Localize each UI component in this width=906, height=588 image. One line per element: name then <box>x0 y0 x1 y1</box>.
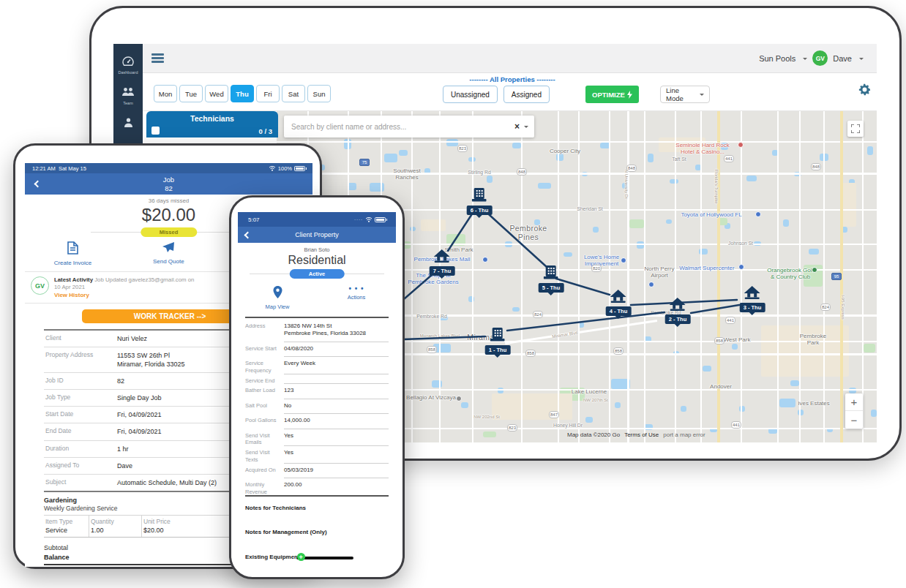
row-label: Send Visit Emails <box>245 429 284 447</box>
poi-pin-icon <box>482 257 488 263</box>
hamburger-menu-icon[interactable] <box>151 52 164 65</box>
water-patch <box>721 143 728 150</box>
table-row: Send Visit EmailsYes <box>245 429 389 447</box>
assigned-button[interactable]: Assigned <box>503 86 550 103</box>
report-map-error-link[interactable]: port a map error <box>663 431 705 438</box>
route-shield: 95 <box>831 273 842 280</box>
road <box>472 111 473 442</box>
water-patch <box>585 417 593 423</box>
add-equipment-icon[interactable]: + <box>297 553 305 561</box>
zoom-in-button[interactable]: + <box>845 393 863 411</box>
route-marker-3[interactable]: 3 - Thu <box>740 286 765 312</box>
route-shield: 858 <box>613 347 624 355</box>
road <box>823 111 825 442</box>
table-row: Service End <box>245 374 389 385</box>
route-marker-7[interactable]: 7 - Thu <box>430 249 455 276</box>
line-mode-dropdown[interactable]: Line Mode <box>660 86 710 103</box>
unassigned-button[interactable]: Unassigned <box>443 86 498 103</box>
water-patch <box>703 366 711 372</box>
user-avatar[interactable]: GV <box>812 50 828 66</box>
create-invoice-button[interactable]: Create Invoice <box>25 241 121 266</box>
route-shield: 848 <box>626 165 637 172</box>
zoom-out-button[interactable]: − <box>845 411 863 429</box>
column-value: 1.00 <box>91 527 137 534</box>
route-shield: 858 <box>714 337 725 344</box>
user-menu[interactable]: Dave <box>833 54 852 63</box>
property-phone-header: Client Property <box>238 227 396 243</box>
map-view-button[interactable]: Map View <box>238 286 317 310</box>
house-marker-icon <box>610 290 626 306</box>
technicians-select-all-checkbox[interactable] <box>151 127 160 135</box>
row-value: No <box>284 399 389 414</box>
view-history-link[interactable]: View History <box>54 292 194 299</box>
water-patch <box>446 139 458 146</box>
day-tab-sun[interactable]: Sun <box>307 85 331 102</box>
technicians-title: Technicians <box>146 114 278 123</box>
activity-avatar: GV <box>31 276 49 295</box>
map-label: Ives Estates <box>798 400 830 407</box>
water-patch <box>538 183 551 189</box>
property-type: Residential <box>238 254 396 267</box>
route-shield: 848 <box>517 168 527 176</box>
water-patch <box>534 219 540 225</box>
route-shield: 858 <box>525 350 536 357</box>
water-patch <box>681 406 686 412</box>
technicians-count: 0 / 3 <box>259 127 273 135</box>
search-clear-icon[interactable]: × <box>512 121 522 132</box>
actions-button[interactable]: • • •Actions <box>317 286 396 310</box>
day-tab-wed[interactable]: Wed <box>205 85 228 102</box>
job-phone-statusbar: 12:21 AM Sat May 15 100% <box>25 163 312 173</box>
water-patch <box>399 150 408 156</box>
row-value <box>284 374 389 385</box>
search-input[interactable] <box>284 123 512 131</box>
map-label: Lowe's Home Improvement <box>584 254 619 267</box>
technicians-panel-header: Technicians 0 / 3 <box>146 111 278 137</box>
land-patch <box>761 325 849 377</box>
route-marker-6[interactable]: 6 - Thu <box>467 187 493 215</box>
route-marker-4[interactable]: 4 - Thu <box>606 290 632 316</box>
route-marker-1[interactable]: 1 - Thu <box>485 327 511 355</box>
marker-label: 5 - Thu <box>539 283 564 293</box>
optimize-button[interactable]: OPTIMIZE <box>585 86 639 103</box>
table-row: Acquired On05/03/2019 <box>245 464 389 478</box>
land-patch <box>421 219 446 231</box>
water-patch <box>615 402 621 408</box>
lightning-icon <box>627 91 632 99</box>
day-tab-thu[interactable]: Thu <box>231 85 254 102</box>
day-tab-mon[interactable]: Mon <box>154 85 177 102</box>
row-label: Service Frequency <box>245 357 284 374</box>
poi-pin-icon <box>755 211 761 217</box>
row-label: Subject <box>45 478 117 487</box>
land-patch <box>659 137 705 152</box>
day-tab-tue[interactable]: Tue <box>179 85 203 102</box>
marker-label: 3 - Thu <box>740 303 765 312</box>
route-shield: 848 <box>811 163 821 170</box>
terms-of-use-link[interactable]: Terms of Use <box>624 431 659 438</box>
sidebar-item-dashboard[interactable]: Dashboard <box>113 56 143 75</box>
route-shield: 824 <box>533 311 543 318</box>
send-quote-button[interactable]: Send Quote <box>121 241 217 266</box>
park-patch <box>483 431 496 437</box>
row-label: Bather Load <box>245 384 284 399</box>
settings-gear-icon[interactable] <box>858 83 871 99</box>
map-label: Bellagio At Vizcaya <box>406 394 456 401</box>
sidebar-item-team[interactable]: Team <box>113 86 143 105</box>
land-patch <box>842 183 856 227</box>
road <box>627 111 629 442</box>
company-menu[interactable]: Sun Pools <box>759 54 795 63</box>
day-tab-fri[interactable]: Fri <box>256 85 280 102</box>
building-marker-icon <box>544 265 558 282</box>
route-marker-5[interactable]: 5 - Thu <box>539 265 564 293</box>
route-shield: 820 <box>591 265 602 272</box>
day-tab-sat[interactable]: Sat <box>282 85 305 102</box>
route-marker-2[interactable]: 2 - Thu <box>665 298 691 324</box>
map-label: NW 207th St <box>583 398 608 403</box>
poi-pin-icon <box>738 142 744 148</box>
row-label: Acquired On <box>245 464 284 478</box>
house-marker-icon <box>744 286 760 302</box>
map-attribution: Map data ©2020 Go Terms of Use port a ma… <box>567 431 705 438</box>
search-caret-icon[interactable] <box>524 126 528 130</box>
route-shield: 441 <box>731 421 741 429</box>
sidebar-item-clients[interactable] <box>113 117 143 132</box>
map-fullscreen-button[interactable] <box>847 121 864 137</box>
